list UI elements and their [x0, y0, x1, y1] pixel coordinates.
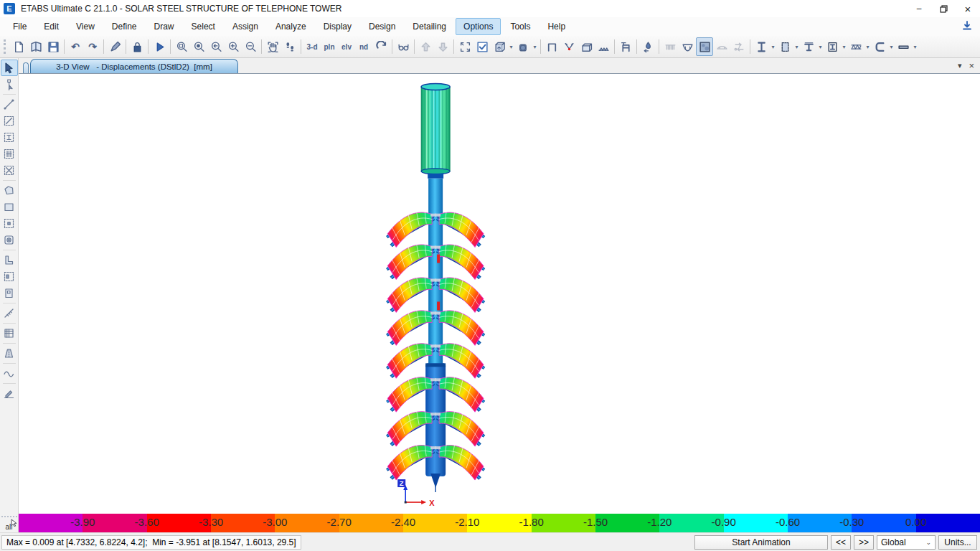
- load-transfer-icon[interactable]: [730, 37, 748, 56]
- extruded-frame-icon[interactable]: [578, 37, 595, 56]
- quick-draw-braces-icon[interactable]: [1, 162, 18, 179]
- channel-section-dropdown-icon[interactable]: ▾: [888, 44, 895, 50]
- units-button[interactable]: Units...: [938, 535, 977, 550]
- move-up-in-list-icon[interactable]: [417, 37, 434, 56]
- extrude-cube-dropdown-icon[interactable]: ▾: [508, 44, 514, 50]
- save-model-icon[interactable]: [44, 37, 62, 56]
- tab-close-icon[interactable]: ×: [969, 60, 974, 71]
- menu-display[interactable]: Display: [316, 18, 359, 35]
- support-hatch-icon[interactable]: [595, 37, 612, 56]
- pan-icon[interactable]: [264, 37, 281, 56]
- ibeam-section-button[interactable]: [753, 37, 770, 56]
- select-arrow-icon[interactable]: [1, 60, 18, 76]
- menu-assign[interactable]: Assign: [225, 18, 266, 35]
- quick-draw-wall-icon[interactable]: [1, 268, 18, 285]
- channel-section-button[interactable]: [871, 37, 888, 56]
- menu-help[interactable]: Help: [540, 18, 573, 35]
- new-model-icon[interactable]: [10, 37, 27, 56]
- truss-section-button[interactable]: [847, 37, 864, 56]
- extrude-cube-icon[interactable]: [491, 37, 508, 56]
- close-icon[interactable]: ×: [956, 0, 980, 17]
- cable-profile-icon[interactable]: [679, 37, 696, 56]
- draw-door-icon[interactable]: [1, 285, 18, 301]
- draw-opening-icon[interactable]: [1, 232, 18, 248]
- quick-draw-area-icon[interactable]: [1, 215, 18, 232]
- distributed-load-icon[interactable]: [661, 37, 679, 56]
- draw-ramp-icon[interactable]: [1, 345, 18, 362]
- menu-select[interactable]: Select: [184, 18, 223, 35]
- view-3d-button[interactable]: 3-d: [303, 37, 321, 56]
- toolbar-grip[interactable]: [4, 39, 8, 54]
- point-load-icon[interactable]: [639, 37, 656, 56]
- select-check-icon[interactable]: [473, 37, 491, 56]
- object-cube-icon[interactable]: [514, 37, 532, 56]
- draw-frame-icon[interactable]: [1, 96, 18, 113]
- draw-portal-frame-icon[interactable]: [543, 37, 560, 56]
- quick-draw-secondary-beams-icon[interactable]: [1, 146, 18, 162]
- step-forward-button[interactable]: >>: [854, 535, 874, 550]
- minimize-icon[interactable]: –: [907, 0, 931, 17]
- menu-file[interactable]: File: [5, 18, 34, 35]
- show-all-button[interactable]: all: [1, 516, 17, 531]
- tee-section-dropdown-icon[interactable]: ▾: [817, 44, 824, 50]
- box-section-dropdown-icon[interactable]: ▾: [841, 44, 847, 50]
- rect-section-dropdown-icon[interactable]: ▾: [793, 44, 800, 50]
- rect-section-button[interactable]: [776, 37, 793, 56]
- named-view-button[interactable]: nd: [355, 37, 372, 56]
- menu-draw[interactable]: Draw: [146, 18, 182, 35]
- quick-draw-beams-icon[interactable]: [1, 129, 18, 146]
- rotate-3d-view-icon[interactable]: [372, 37, 390, 56]
- view-tab[interactable]: 3-D View - Displacements (DStlD2) [mm]: [30, 59, 238, 73]
- bar-section-button[interactable]: [895, 37, 912, 56]
- window-select-icon[interactable]: [456, 37, 473, 56]
- box-section-button[interactable]: [824, 37, 841, 56]
- draw-curved-frame-icon[interactable]: [1, 365, 18, 382]
- quick-draw-frame-icon[interactable]: [1, 113, 18, 129]
- menu-design[interactable]: Design: [361, 18, 403, 35]
- object-cube-dropdown-icon[interactable]: ▾: [532, 44, 538, 50]
- draw-pencil-icon[interactable]: [1, 385, 18, 402]
- bar-section-dropdown-icon[interactable]: ▾: [912, 44, 918, 50]
- restore-full-view-icon[interactable]: [190, 37, 207, 56]
- menu-view[interactable]: View: [68, 18, 103, 35]
- tab-list-dropdown-icon[interactable]: ▾: [958, 61, 962, 70]
- run-analysis-icon[interactable]: [151, 37, 168, 56]
- lock-model-icon[interactable]: [128, 37, 146, 56]
- draw-wall-icon[interactable]: [1, 252, 18, 268]
- redo-icon[interactable]: ↷: [84, 37, 101, 56]
- move-down-in-list-icon[interactable]: [434, 37, 451, 56]
- restore-icon[interactable]: [931, 0, 956, 17]
- menu-detailing[interactable]: Detailing: [405, 18, 454, 35]
- ibeam-section-dropdown-icon[interactable]: ▾: [770, 44, 776, 50]
- coord-system-select[interactable]: Global ⌄: [877, 535, 936, 550]
- reshape-object-icon[interactable]: [1, 76, 18, 93]
- menu-edit[interactable]: Edit: [36, 18, 67, 35]
- deformed-bridge-icon[interactable]: [713, 37, 730, 56]
- download-icon[interactable]: [961, 20, 973, 34]
- previous-zoom-icon[interactable]: [207, 37, 225, 56]
- start-animation-button[interactable]: Start Animation: [694, 535, 828, 550]
- draw-link-icon[interactable]: [1, 305, 18, 321]
- zoom-out-icon[interactable]: [242, 37, 259, 56]
- walkthrough-icon[interactable]: [281, 37, 298, 56]
- elevation-view-button[interactable]: elv: [338, 37, 355, 56]
- menu-tools[interactable]: Tools: [502, 18, 538, 35]
- truss-section-dropdown-icon[interactable]: ▾: [864, 44, 871, 50]
- menu-define[interactable]: Define: [104, 18, 145, 35]
- plan-view-button[interactable]: pln: [321, 37, 338, 56]
- menu-options[interactable]: Options: [456, 18, 501, 35]
- perspective-glasses-icon[interactable]: [395, 37, 412, 56]
- edit-pen-icon[interactable]: [106, 37, 123, 56]
- snap-to-joint-icon[interactable]: [560, 37, 578, 56]
- open-model-icon[interactable]: [27, 37, 44, 56]
- rubber-band-zoom-icon[interactable]: [173, 37, 190, 56]
- model-3d-view[interactable]: Z X: [19, 73, 980, 514]
- draw-grid-icon[interactable]: [1, 325, 18, 342]
- draw-rect-area-icon[interactable]: [1, 199, 18, 215]
- step-back-button[interactable]: <<: [831, 535, 851, 550]
- menu-analyze[interactable]: Analyze: [268, 18, 314, 35]
- texture-view-icon[interactable]: [696, 37, 713, 56]
- frame-h-icon[interactable]: [617, 37, 634, 56]
- draw-poly-area-icon[interactable]: [1, 182, 18, 199]
- tee-section-button[interactable]: [800, 37, 817, 56]
